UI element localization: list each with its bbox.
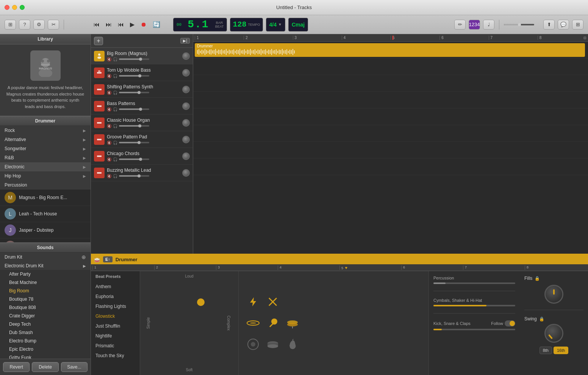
pencil-button[interactable]: ✏ [454, 20, 466, 30]
window-controls[interactable] [5, 5, 25, 10]
track-volume-7[interactable] [119, 175, 149, 177]
preset-flashing-lights[interactable]: Flashing Lights [91, 301, 140, 311]
track-volume-1[interactable] [119, 75, 149, 77]
track-pan-0[interactable] [182, 52, 190, 60]
loop-button[interactable]: 🔄 [150, 19, 163, 30]
settings-button[interactable]: ⚙ [33, 20, 45, 30]
track-headphone-2[interactable]: 🎧 [113, 91, 117, 95]
sounds-gritty-funk[interactable]: Gritty Funk [0, 353, 91, 359]
track-item-2[interactable]: Shifting Patterns Synth 🔇 🎧 [91, 81, 193, 98]
save-button[interactable]: Save... [61, 362, 88, 372]
sounds-electro-bump[interactable]: Electro Bump [0, 337, 91, 345]
minimize-button[interactable] [12, 5, 17, 10]
track-volume-0[interactable] [119, 58, 149, 60]
track-mute-5[interactable]: 🔇 [107, 141, 111, 145]
grid-button[interactable]: ⊞ [572, 20, 583, 30]
library-button[interactable]: ⊞ [5, 20, 16, 30]
drummer-item-magnus[interactable]: M Magnus - Big Room E... [0, 190, 91, 206]
drummer-item-jasper[interactable]: J Jasper - Dubstep [0, 222, 91, 238]
play-button[interactable]: ▶ [128, 19, 137, 30]
note-8th-button[interactable]: 8th [540, 347, 552, 354]
gong-icon[interactable] [246, 337, 260, 351]
track-item-5[interactable]: Groove Pattern Pad 🔇 🎧 [91, 131, 193, 148]
drummer-item-ronnie[interactable]: R Ronnie - Electro Trap [0, 238, 91, 242]
kick-slider[interactable] [433, 329, 515, 330]
sounds-crate-digger[interactable]: Crate Digger [0, 312, 91, 320]
genre-item-songwriter[interactable]: Songwriter ▶ [0, 144, 91, 153]
chat-button[interactable]: 💬 [558, 20, 569, 30]
track-item-7[interactable]: Buzzing Metallic Lead 🔇 🎧 [91, 165, 193, 181]
swing-knob[interactable] [544, 324, 563, 343]
track-pan-3[interactable] [182, 102, 190, 110]
close-button[interactable] [5, 5, 9, 10]
sounds-after-party[interactable]: After Party [0, 270, 91, 278]
track-volume-6[interactable] [119, 158, 149, 160]
track-pan-4[interactable] [182, 119, 190, 127]
sounds-deep-tech[interactable]: Deep Tech [0, 320, 91, 328]
genre-item-hiphop[interactable]: Hip Hop ▶ [0, 171, 91, 180]
pad-position-dot[interactable] [197, 298, 205, 306]
track-pan-1[interactable] [182, 69, 190, 77]
genre-item-rnb[interactable]: R&B ▶ [0, 153, 91, 162]
track-mute-2[interactable]: 🔇 [107, 91, 111, 95]
delete-button[interactable]: Delete [32, 362, 58, 372]
track-volume-5[interactable] [119, 142, 149, 143]
track-item-0[interactable]: Big Room (Magnus) 🔇 🎧 [91, 48, 193, 64]
skip-back-button[interactable]: ⏮ [116, 20, 126, 30]
fast-forward-button[interactable]: ⏭ [103, 20, 114, 30]
xmark-icon[interactable] [266, 295, 280, 309]
follow-toggle[interactable] [505, 320, 515, 326]
master-button[interactable]: ♩ [483, 20, 494, 30]
genre-item-percussion[interactable]: Percussion [0, 180, 91, 190]
revert-button[interactable]: Revert [3, 362, 30, 372]
cymbals-slider[interactable] [433, 305, 515, 306]
genre-item-alternative[interactable]: Alternative ▶ [0, 135, 91, 144]
track-mute-4[interactable]: 🔇 [107, 124, 111, 128]
help-button[interactable]: ? [19, 20, 30, 30]
percussion-slider[interactable] [433, 282, 515, 284]
snare-icon[interactable] [266, 337, 280, 351]
genre-item-rock[interactable]: Rock ▶ [0, 126, 91, 135]
preset-anthem[interactable]: Anthem [91, 282, 140, 292]
track-headphone-6[interactable]: 🎧 [113, 157, 117, 162]
sounds-dub-smash[interactable]: Dub Smash [0, 328, 91, 337]
drum-pad-area[interactable]: Loud Soft Simple Complex [140, 271, 239, 375]
drummer-item-leah[interactable]: L Leah - Tech House [0, 206, 91, 222]
hihat-icon[interactable] [286, 316, 299, 330]
mallet-icon[interactable] [266, 316, 280, 330]
track-mute-0[interactable]: 🔇 [107, 57, 111, 61]
track-headphone-0[interactable]: 🎧 [113, 57, 117, 61]
genre-item-electronic[interactable]: Electronic ▶ [0, 162, 91, 171]
preset-glowstick[interactable]: Glowstick [91, 311, 140, 321]
preset-euphoria[interactable]: Euphoria [91, 292, 140, 301]
follow-button[interactable]: ▶| [180, 38, 190, 44]
preset-prismatic[interactable]: Prismatic [91, 341, 140, 351]
track-item-6[interactable]: Chicago Chords 🔇 🎧 [91, 148, 193, 165]
lightning-icon[interactable] [246, 295, 260, 309]
track-pan-5[interactable] [182, 136, 190, 143]
track-volume-4[interactable] [119, 125, 149, 127]
track-pan-2[interactable] [182, 86, 190, 93]
fills-lock-icon[interactable]: 🔒 [535, 276, 540, 281]
share-button[interactable]: ⬆ [543, 20, 555, 30]
rewind-button[interactable]: ⏮ [91, 20, 102, 30]
maximize-button[interactable] [20, 5, 25, 10]
track-mute-3[interactable]: 🔇 [107, 107, 111, 111]
track-item-4[interactable]: Classic House Organ 🔇 🎧 [91, 115, 193, 131]
track-headphone-7[interactable]: 🎧 [113, 174, 117, 178]
track-mute-6[interactable]: 🔇 [107, 157, 111, 162]
smart-controls-button[interactable]: 1234 [469, 20, 480, 30]
sounds-beat-machine[interactable]: Beat Machine [0, 278, 91, 287]
track-volume-2[interactable] [119, 92, 149, 93]
clap-icon[interactable] [286, 337, 299, 351]
track-headphone-4[interactable]: 🎧 [113, 124, 117, 128]
track-item-3[interactable]: Bass Patterns 🔇 🎧 [91, 98, 193, 115]
preset-touch-sky[interactable]: Touch the Sky [91, 351, 140, 361]
sounds-add-icon[interactable]: ⊕ [81, 254, 86, 260]
cymbal-icon[interactable] [246, 316, 260, 330]
track-headphone-3[interactable]: 🎧 [113, 107, 117, 111]
sounds-big-room[interactable]: Big Room [0, 287, 91, 295]
track-headphone-5[interactable]: 🎧 [113, 141, 117, 145]
sounds-epic-electro[interactable]: Epic Electro [0, 345, 91, 353]
track-headphone-1[interactable]: 🎧 [113, 74, 117, 78]
